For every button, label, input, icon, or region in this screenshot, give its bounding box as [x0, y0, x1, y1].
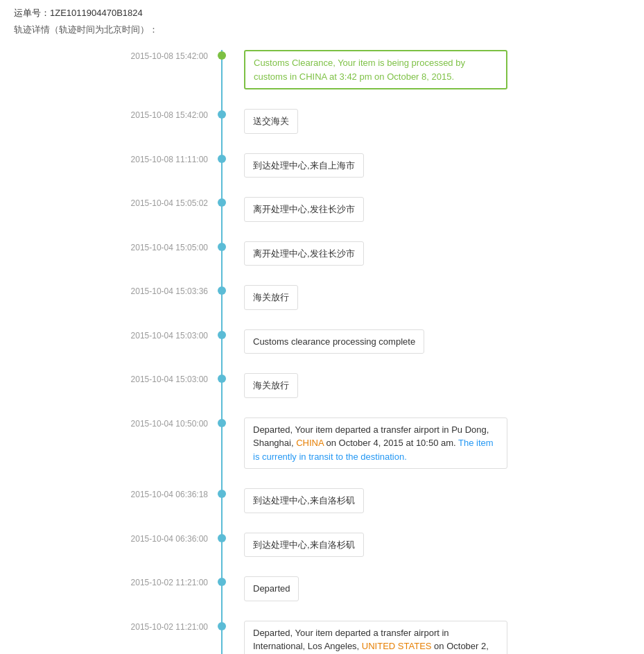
timeline-dot — [218, 331, 226, 339]
timeline-timestamp: 2015-10-04 06:36:18 — [97, 490, 208, 499]
timeline-timestamp: 2015-10-04 06:36:00 — [97, 534, 208, 544]
timeline-content: Customs clearance processing complete — [244, 329, 424, 354]
timeline-dot — [218, 286, 226, 295]
timeline-dot — [218, 375, 226, 383]
tracking-header: 运单号：1ZE1011904470B1824 — [14, 7, 630, 19]
timeline-dot — [218, 243, 226, 251]
timeline-content: 送交海关 — [244, 109, 298, 134]
timeline-timestamp: 2015-10-04 10:50:00 — [97, 419, 208, 429]
tracking-subtitle: 轨迹详情（轨迹时间为北京时间）： — [14, 24, 630, 36]
timeline-timestamp: 2015-10-08 11:11:00 — [97, 155, 208, 164]
timeline-content: Customs Clearance, Your item is being pr… — [244, 50, 507, 89]
timeline-dot — [218, 155, 226, 163]
timeline-item: 2015-10-02 11:21:00Departed, Your item d… — [222, 621, 630, 655]
timeline-content: 到达处理中心,来自洛杉矶 — [244, 533, 364, 558]
timeline-timestamp: 2015-10-04 15:05:02 — [97, 198, 208, 208]
timeline-dot — [218, 198, 226, 207]
timeline-content: Departed, Your item departed a transfer … — [244, 418, 507, 470]
timeline-timestamp: 2015-10-08 15:42:00 — [97, 51, 208, 61]
timeline-item: 2015-10-04 06:36:18到达处理中心,来自洛杉矶 — [222, 488, 630, 513]
timeline-item: 2015-10-04 15:03:36海关放行 — [222, 285, 630, 310]
timeline-content: 海关放行 — [244, 285, 298, 310]
timeline-item: 2015-10-08 11:11:00到达处理中心,来自上海市 — [222, 153, 630, 178]
timeline-content: Departed, Your item departed a transfer … — [244, 621, 507, 655]
timeline-item: 2015-10-04 15:03:00海关放行 — [222, 373, 630, 398]
timeline-content: 海关放行 — [244, 373, 298, 398]
timeline-item: 2015-10-04 15:05:02离开处理中心,发往长沙市 — [222, 197, 630, 222]
timeline: 2015-10-08 15:42:00Customs Clearance, Yo… — [222, 50, 630, 654]
timeline-timestamp: 2015-10-02 11:21:00 — [97, 578, 208, 587]
timeline-dot — [218, 490, 226, 498]
timeline-item: 2015-10-04 06:36:00到达处理中心,来自洛杉矶 — [222, 533, 630, 558]
timeline-dot — [218, 534, 226, 542]
tracking-number: 运单号：1ZE1011904470B1824 — [14, 8, 143, 18]
timeline-timestamp: 2015-10-04 15:03:36 — [97, 286, 208, 296]
timeline-timestamp: 2015-10-04 15:05:00 — [97, 243, 208, 252]
timeline-timestamp: 2015-10-02 11:21:00 — [97, 622, 208, 632]
timeline-item: 2015-10-04 10:50:00Departed, Your item d… — [222, 418, 630, 470]
timeline-timestamp: 2015-10-08 15:42:00 — [97, 110, 208, 120]
timeline-dot — [218, 419, 226, 427]
timeline-content: 离开处理中心,发往长沙市 — [244, 241, 364, 266]
timeline-item: 2015-10-04 15:05:00离开处理中心,发往长沙市 — [222, 241, 630, 266]
timeline-dot — [218, 578, 226, 586]
timeline-content: 到达处理中心,来自洛杉矶 — [244, 488, 364, 513]
timeline-item: 2015-10-08 15:42:00Customs Clearance, Yo… — [222, 50, 630, 89]
timeline-content: Departed — [244, 576, 299, 601]
timeline-timestamp: 2015-10-04 15:03:00 — [97, 331, 208, 341]
timeline-item: 2015-10-04 15:03:00Customs clearance pro… — [222, 329, 630, 354]
timeline-item: 2015-10-08 15:42:00送交海关 — [222, 109, 630, 134]
timeline-content: 到达处理中心,来自上海市 — [244, 153, 364, 178]
timeline-dot — [218, 110, 226, 119]
timeline-item: 2015-10-02 11:21:00Departed — [222, 576, 630, 601]
timeline-content: 离开处理中心,发往长沙市 — [244, 197, 364, 222]
timeline-timestamp: 2015-10-04 15:03:00 — [97, 375, 208, 384]
timeline-dot — [218, 622, 226, 630]
timeline-dot — [218, 51, 226, 60]
